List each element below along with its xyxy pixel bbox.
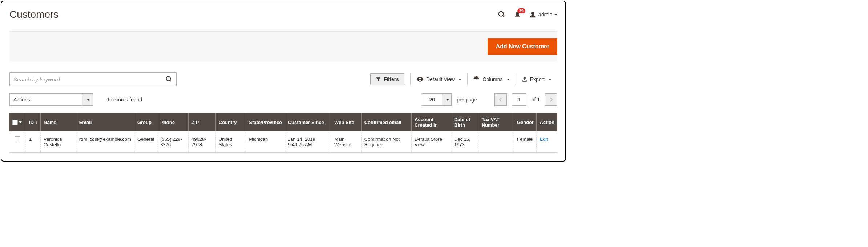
cell-country: United States [215, 131, 246, 153]
chevron-down-icon [446, 99, 449, 101]
actions-label: Actions [13, 97, 30, 103]
select-all-checkbox[interactable] [12, 120, 23, 125]
eye-icon [416, 77, 424, 82]
funnel-icon [376, 77, 381, 82]
col-checkbox [9, 113, 26, 131]
prev-page-button[interactable] [494, 93, 507, 106]
user-menu[interactable]: admin [529, 11, 557, 18]
svg-point-5 [419, 79, 421, 80]
chevron-down-icon [554, 14, 557, 16]
add-new-customer-button[interactable]: Add New Customer [488, 38, 557, 55]
notification-badge: 39 [517, 8, 525, 13]
user-name: admin [538, 12, 552, 17]
export-button[interactable]: Export [516, 73, 557, 85]
sort-down-icon: ↓ [35, 120, 37, 125]
next-page-button[interactable] [545, 93, 557, 106]
cell-zip: 49628-7978 [189, 131, 216, 153]
row-checkbox[interactable] [15, 136, 20, 142]
svg-line-1 [503, 16, 505, 17]
page-title: Customers [9, 9, 58, 20]
table-row[interactable]: 1 Veronica Costello roni_cost@example.co… [9, 131, 557, 153]
global-search-button[interactable] [498, 11, 506, 19]
chevron-down-icon [459, 79, 461, 80]
cell-confirmed: Confirmation Not Required [361, 131, 411, 153]
col-confirmed[interactable]: Confirmed email [361, 113, 411, 131]
cell-since: Jan 14, 2019 9:40:25 AM [285, 131, 331, 153]
customers-table: ID↓ Name Email Group Phone ZIP Country S… [9, 113, 557, 153]
cell-name: Veronica Costello [41, 131, 76, 153]
cell-id: 1 [26, 131, 41, 153]
columns-label: Columns [483, 76, 502, 82]
col-dob[interactable]: Date of Birth [451, 113, 479, 131]
cell-state: Michigan [246, 131, 285, 153]
cell-vat [479, 131, 514, 153]
actions-select[interactable]: Actions [9, 93, 93, 106]
col-phone[interactable]: Phone [157, 113, 189, 131]
default-view-button[interactable]: Default View [411, 73, 467, 85]
col-gender[interactable]: Gender [514, 113, 537, 131]
col-created-in[interactable]: Account Created in [412, 113, 451, 131]
cell-gender: Female [514, 131, 537, 153]
filters-label: Filters [384, 76, 399, 82]
cell-created-in: Default Store View [412, 131, 451, 153]
gear-icon [473, 76, 480, 83]
cell-dob: Dec 15, 1973 [451, 131, 479, 153]
col-state[interactable]: State/Province [246, 113, 285, 131]
col-name[interactable]: Name [41, 113, 76, 131]
svg-line-4 [170, 80, 171, 82]
svg-point-2 [531, 12, 534, 15]
cell-phone: (555) 229-3326 [157, 131, 189, 153]
user-icon [529, 11, 536, 18]
col-action[interactable]: Action [537, 113, 557, 131]
chevron-down-icon [549, 79, 552, 80]
filters-button[interactable]: Filters [370, 73, 404, 85]
records-found: 1 records found [107, 97, 142, 103]
columns-button[interactable]: Columns [468, 73, 515, 85]
svg-point-3 [166, 77, 171, 81]
edit-link[interactable]: Edit [540, 136, 548, 142]
cell-website: Main Website [331, 131, 362, 153]
export-label: Export [530, 76, 545, 82]
per-page-label: per page [457, 97, 477, 103]
search-icon [498, 11, 506, 19]
chevron-down-icon [19, 121, 22, 123]
col-vat[interactable]: Tax VAT Number [479, 113, 514, 131]
chevron-right-icon [550, 97, 553, 102]
search-icon[interactable] [165, 76, 173, 83]
col-website[interactable]: Web Site [331, 113, 362, 131]
cell-email: roni_cost@example.com [76, 131, 134, 153]
col-id[interactable]: ID↓ [26, 113, 41, 131]
chevron-left-icon [499, 97, 502, 102]
col-since[interactable]: Customer Since [285, 113, 331, 131]
notifications-button[interactable]: 39 [514, 11, 521, 19]
svg-point-0 [499, 12, 504, 16]
search-box [9, 72, 177, 86]
col-email[interactable]: Email [76, 113, 134, 131]
chevron-down-icon [87, 99, 90, 101]
col-zip[interactable]: ZIP [189, 113, 216, 131]
col-country[interactable]: Country [215, 113, 246, 131]
total-pages-label: of 1 [532, 97, 540, 103]
col-group[interactable]: Group [134, 113, 157, 131]
default-view-label: Default View [426, 76, 455, 82]
search-input[interactable] [13, 76, 165, 83]
page-size-value: 20 [429, 97, 435, 103]
page-size-select[interactable]: 20 [422, 93, 452, 106]
chevron-down-icon [507, 79, 510, 80]
page-input[interactable] [512, 93, 526, 106]
cell-group: General [134, 131, 157, 153]
export-icon [522, 76, 528, 82]
